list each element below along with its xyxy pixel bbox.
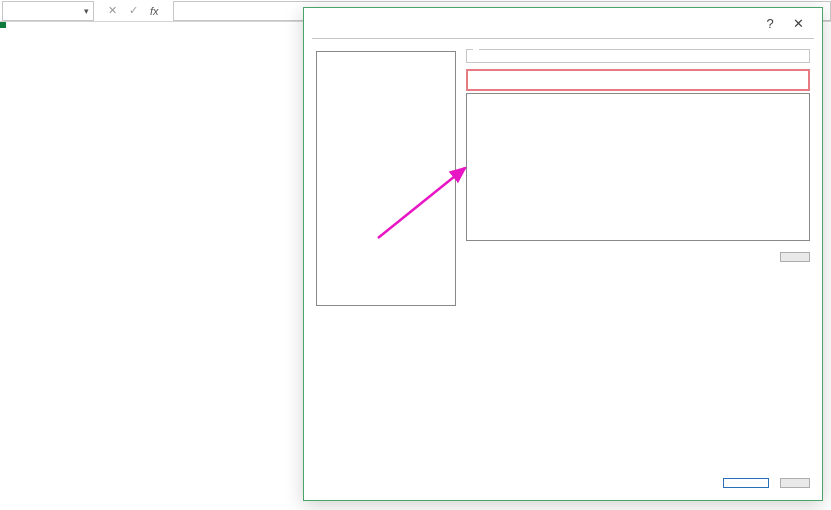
sample-label	[473, 43, 479, 55]
delete-button[interactable]	[780, 252, 810, 262]
sample-group	[466, 49, 810, 63]
ok-button[interactable]	[723, 478, 769, 488]
cancel-formula-icon[interactable]: ✕	[108, 4, 117, 17]
cancel-button[interactable]	[780, 478, 810, 488]
category-listbox[interactable]	[316, 51, 456, 306]
format-code-listbox[interactable]	[466, 93, 810, 241]
help-icon[interactable]: ?	[756, 16, 784, 31]
formula-bar-buttons: ✕ ✓ fx	[94, 4, 173, 17]
type-input[interactable]	[466, 69, 810, 91]
accept-formula-icon[interactable]: ✓	[129, 4, 138, 17]
name-box[interactable]: ▾	[2, 1, 94, 21]
dialog-titlebar: ? ✕	[304, 8, 822, 38]
close-icon[interactable]: ✕	[784, 16, 812, 31]
format-cells-dialog: ? ✕	[303, 7, 823, 501]
name-box-dropdown-icon[interactable]: ▾	[84, 6, 89, 16]
fx-icon[interactable]: fx	[150, 5, 159, 17]
